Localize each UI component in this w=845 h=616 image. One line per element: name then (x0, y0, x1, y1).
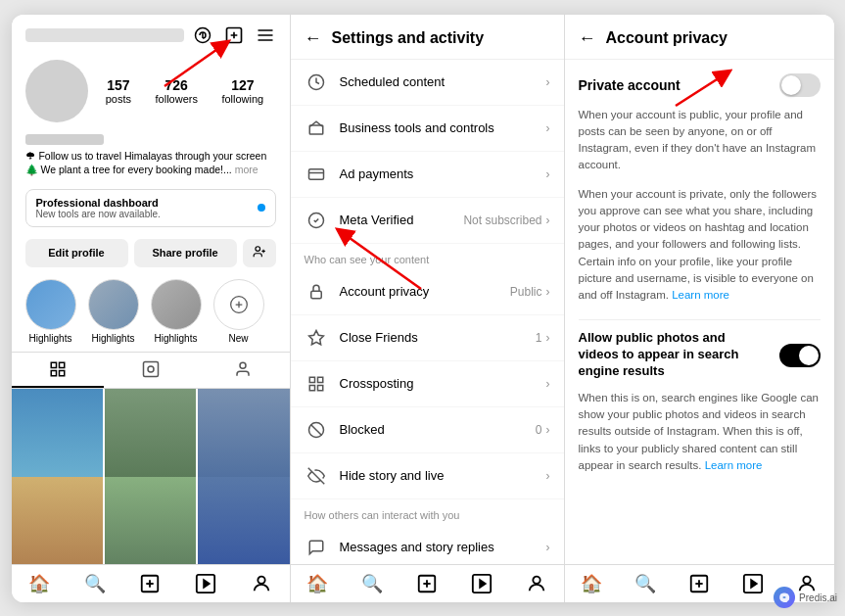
settings-item-blocked[interactable]: Blocked 0 › (291, 407, 564, 453)
photo-cell-2[interactable] (105, 389, 196, 480)
settings-item-metaverified[interactable]: Meta Verified Not subscribed › (291, 198, 564, 244)
svg-point-18 (148, 366, 154, 372)
privacy-nav-home[interactable]: 🏠 (565, 573, 619, 594)
private-desc-2: When your account is private, only the f… (579, 186, 821, 305)
nav-add[interactable] (122, 573, 178, 594)
professional-dashboard[interactable]: Professional dashboard New tools are now… (25, 189, 276, 227)
svg-rect-15 (51, 370, 56, 375)
privacy-nav-add[interactable] (673, 573, 727, 594)
privacy-title: Account privacy (606, 29, 728, 47)
svg-rect-27 (309, 125, 323, 134)
highlight-item-3[interactable]: Highlights (151, 279, 202, 344)
settings-item-scheduled[interactable]: Scheduled content › (291, 60, 564, 106)
add-post-icon[interactable] (223, 24, 245, 46)
watermark: Predis.ai (774, 587, 837, 608)
photo-cell-6[interactable] (198, 477, 289, 563)
search-engine-label: Allow public photos and videos to appear… (579, 330, 779, 380)
profile-icons (192, 24, 276, 46)
settings-nav-profile[interactable] (509, 573, 564, 594)
blocked-icon (305, 418, 328, 442)
svg-rect-34 (317, 377, 322, 382)
menu-icon[interactable] (255, 24, 276, 46)
learn-more-link-2[interactable]: Learn more (705, 459, 763, 471)
settings-panel: ← Settings and activity Scheduled conten… (291, 15, 565, 602)
private-account-row: Private account (579, 73, 821, 97)
edit-profile-button[interactable]: Edit profile (25, 239, 128, 267)
search-engine-desc: When this is on, search engines like Goo… (579, 390, 821, 474)
bio-more[interactable]: more (235, 164, 258, 175)
private-account-toggle[interactable] (779, 73, 821, 97)
highlights-row: Highlights Highlights Highlights (12, 273, 290, 352)
dashboard-info: Professional dashboard New tools are now… (36, 197, 161, 219)
profile-panel: 157 posts 726 followers 127 following (12, 15, 291, 602)
threads-icon[interactable] (192, 24, 213, 46)
photo-cell-5[interactable] (105, 477, 196, 563)
settings-item-messages[interactable]: Messages and story replies › (291, 525, 564, 564)
privacy-nav-reels[interactable] (727, 573, 780, 594)
highlight-circle-1 (25, 279, 76, 330)
highlight-label-1: Highlights (29, 333, 72, 344)
tab-grid[interactable] (12, 353, 105, 388)
closefriends-icon (305, 326, 328, 350)
settings-nav-add[interactable] (399, 573, 454, 594)
privacy-header: ← Account privacy (565, 15, 834, 60)
accountprivacy-value: Public (510, 285, 542, 299)
blocked-chevron: › (546, 423, 550, 437)
nav-search[interactable]: 🔍 (67, 573, 122, 594)
photo-cell-3[interactable] (198, 389, 289, 480)
privacy-nav-search[interactable]: 🔍 (619, 573, 673, 594)
settings-item-hidestory[interactable]: Hide story and live › (291, 453, 564, 499)
learn-more-link-1[interactable]: Learn more (672, 289, 729, 301)
nav-home[interactable]: 🏠 (12, 573, 68, 594)
svg-rect-17 (143, 361, 158, 376)
settings-nav-reels[interactable] (454, 573, 509, 594)
watermark-text: Predis.ai (799, 592, 837, 603)
photo-grid (12, 389, 290, 564)
settings-back-arrow[interactable]: ← (305, 28, 322, 49)
contact-button[interactable] (243, 239, 276, 267)
settings-item-accountprivacy[interactable]: Account privacy Public › (291, 269, 564, 315)
privacy-content: Private account When your account is pub… (565, 60, 834, 564)
photo-cell-4[interactable] (12, 477, 103, 563)
highlight-item-new[interactable]: New (213, 279, 264, 344)
adpayments-icon (305, 163, 328, 186)
closefriends-value: 1 (536, 331, 542, 345)
settings-item-closefriends[interactable]: Close Friends 1 › (291, 315, 564, 361)
svg-rect-13 (51, 362, 56, 367)
search-engine-toggle[interactable] (779, 344, 821, 367)
following-count: 127 (231, 77, 254, 93)
messages-label: Messages and story replies (340, 540, 546, 554)
svg-point-46 (533, 576, 540, 583)
profile-header (12, 15, 290, 52)
blocked-value: 0 (536, 423, 542, 437)
photo-cell-1[interactable] (12, 389, 103, 480)
tab-reels[interactable] (104, 353, 197, 388)
nav-reels[interactable] (178, 573, 234, 594)
highlight-new-circle (213, 279, 264, 330)
svg-point-25 (258, 576, 264, 583)
profile-actions: Edit profile Share profile (12, 233, 290, 273)
nav-profile[interactable] (234, 573, 290, 594)
private-account-label: Private account (579, 77, 681, 93)
highlight-item-2[interactable]: Highlights (88, 279, 139, 344)
hidestory-icon (305, 464, 328, 488)
svg-marker-51 (751, 580, 757, 587)
highlight-label-2: Highlights (92, 333, 135, 344)
tab-tagged[interactable] (197, 353, 290, 388)
svg-point-19 (240, 362, 246, 368)
svg-marker-32 (308, 330, 323, 344)
dashboard-title: Professional dashboard (36, 197, 161, 209)
settings-nav-search[interactable]: 🔍 (345, 573, 399, 594)
adpayments-chevron: › (546, 167, 550, 181)
settings-item-business[interactable]: Business tools and controls › (291, 106, 564, 152)
hidestory-label: Hide story and live (340, 468, 546, 483)
followers-label: followers (156, 93, 198, 105)
highlight-item-1[interactable]: Highlights (25, 279, 76, 344)
settings-item-adpayments[interactable]: Ad payments › (291, 152, 564, 198)
settings-bottom-nav: 🏠 🔍 (291, 564, 564, 602)
privacy-back-arrow[interactable]: ← (579, 28, 596, 49)
settings-item-crossposting[interactable]: Crossposting › (291, 361, 564, 407)
metaverified-value: Not subscribed (463, 213, 541, 227)
settings-nav-home[interactable]: 🏠 (291, 573, 346, 594)
share-profile-button[interactable]: Share profile (134, 239, 237, 267)
